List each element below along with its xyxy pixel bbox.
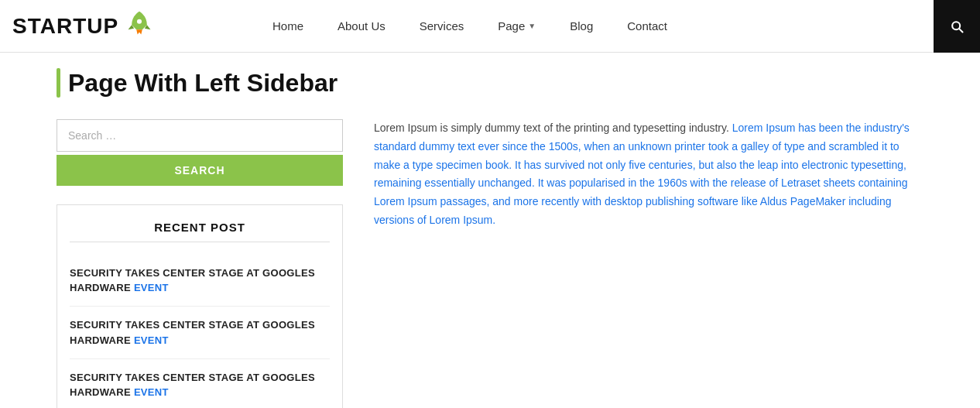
recent-post-link-3: SECURITY TAKES CENTER STAGE AT GOOGLES H… [70, 372, 315, 398]
logo-icon [125, 9, 154, 43]
list-item[interactable]: SECURITY TAKES CENTER STAGE AT GOOGLES H… [70, 255, 330, 307]
page-container: Page With Left Sidebar SEARCH RECENT POS… [26, 53, 954, 408]
header: STARTUP Home About Us Services Page ▼ Bl… [0, 0, 980, 53]
search-input[interactable] [57, 119, 343, 152]
nav-item-services[interactable]: Services [403, 0, 481, 53]
recent-post-highlight-1: EVENT [134, 282, 169, 293]
recent-post-section: RECENT POST SECURITY TAKES CENTER STAGE … [57, 204, 343, 408]
list-item[interactable]: SECURITY TAKES CENTER STAGE AT GOOGLES H… [70, 359, 330, 408]
search-icon [949, 19, 965, 34]
nav-item-about[interactable]: About Us [320, 0, 403, 53]
nav-item-blog[interactable]: Blog [553, 0, 610, 53]
header-search-button[interactable] [934, 0, 980, 53]
svg-point-0 [137, 19, 142, 24]
article-paragraph: Lorem Ipsum is simply dummy text of the … [374, 119, 923, 230]
nav-item-page[interactable]: Page ▼ [481, 0, 553, 53]
page-dropdown-arrow: ▼ [528, 22, 536, 30]
recent-post-link-1: SECURITY TAKES CENTER STAGE AT GOOGLES H… [70, 267, 315, 293]
list-item[interactable]: SECURITY TAKES CENTER STAGE AT GOOGLES H… [70, 307, 330, 358]
sidebar-search-box: SEARCH [57, 119, 343, 186]
page-title: Page With Left Sidebar [57, 68, 923, 98]
nav-item-contact[interactable]: Contact [610, 0, 684, 53]
main-content: Lorem Ipsum is simply dummy text of the … [374, 119, 923, 230]
logo-area: STARTUP [0, 9, 255, 43]
recent-post-highlight-3: EVENT [134, 386, 169, 398]
content-layout: SEARCH RECENT POST SECURITY TAKES CENTER… [57, 119, 923, 408]
article-blue-text: Lorem Ipsum has been the industry's stan… [374, 122, 910, 226]
sidebar: SEARCH RECENT POST SECURITY TAKES CENTER… [57, 119, 343, 408]
recent-post-title: RECENT POST [70, 221, 330, 242]
logo-text: STARTUP [12, 14, 118, 39]
search-button[interactable]: SEARCH [57, 155, 343, 186]
nav-item-home[interactable]: Home [255, 0, 320, 53]
recent-post-highlight-2: EVENT [134, 334, 169, 346]
main-nav: Home About Us Services Page ▼ Blog Conta… [255, 0, 934, 53]
recent-post-link-2: SECURITY TAKES CENTER STAGE AT GOOGLES H… [70, 319, 315, 345]
